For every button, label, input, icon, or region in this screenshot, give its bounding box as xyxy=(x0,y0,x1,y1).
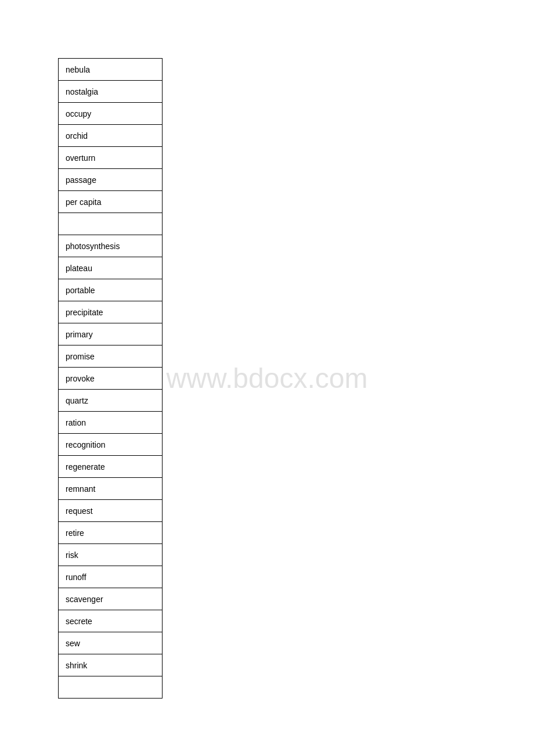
word-cell: secrete xyxy=(59,610,163,632)
table-row: passage xyxy=(59,169,163,191)
table-row: per capita xyxy=(59,191,163,213)
table-row: risk xyxy=(59,544,163,566)
word-cell: sew xyxy=(59,632,163,654)
table-row: regenerate xyxy=(59,456,163,478)
table-row: secrete xyxy=(59,610,163,632)
word-cell: provoke xyxy=(59,368,163,390)
word-cell: overturn xyxy=(59,147,163,169)
word-cell: ration xyxy=(59,412,163,434)
table-row: promise xyxy=(59,345,163,368)
word-cell: runoff xyxy=(59,566,163,588)
word-cell: request xyxy=(59,500,163,522)
word-cell: regenerate xyxy=(59,456,163,478)
word-list-container: nebulanostalgiaoccupyorchidoverturnpassa… xyxy=(58,58,163,699)
empty-row xyxy=(59,676,163,699)
table-row: sew xyxy=(59,632,163,654)
word-cell: risk xyxy=(59,544,163,566)
word-cell: orchid xyxy=(59,125,163,147)
word-cell: shrink xyxy=(59,654,163,676)
word-cell: occupy xyxy=(59,103,163,125)
watermark: www.bdocx.com xyxy=(167,362,368,394)
word-cell: scavenger xyxy=(59,588,163,610)
word-cell xyxy=(59,213,163,235)
word-cell: portable xyxy=(59,279,163,301)
word-cell: quartz xyxy=(59,390,163,412)
word-cell: photosynthesis xyxy=(59,235,163,257)
word-cell: promise xyxy=(59,345,163,368)
word-cell: per capita xyxy=(59,191,163,213)
table-row: photosynthesis xyxy=(59,235,163,257)
table-row: plateau xyxy=(59,257,163,279)
table-row: orchid xyxy=(59,125,163,147)
table-row: shrink xyxy=(59,654,163,676)
table-row: primary xyxy=(59,323,163,345)
table-row: overturn xyxy=(59,147,163,169)
word-cell: plateau xyxy=(59,257,163,279)
table-row: remnant xyxy=(59,478,163,500)
word-cell: remnant xyxy=(59,478,163,500)
table-row: retire xyxy=(59,522,163,544)
table-row: precipitate xyxy=(59,301,163,323)
table-row: ration xyxy=(59,412,163,434)
table-row: portable xyxy=(59,279,163,301)
table-row: provoke xyxy=(59,368,163,390)
word-cell: precipitate xyxy=(59,301,163,323)
word-cell: recognition xyxy=(59,434,163,456)
word-cell: retire xyxy=(59,522,163,544)
table-row: request xyxy=(59,500,163,522)
table-row: scavenger xyxy=(59,588,163,610)
empty-row xyxy=(59,213,163,235)
table-row: runoff xyxy=(59,566,163,588)
word-cell: nebula xyxy=(59,59,163,81)
word-list-table: nebulanostalgiaoccupyorchidoverturnpassa… xyxy=(58,58,163,699)
word-cell: passage xyxy=(59,169,163,191)
word-cell: nostalgia xyxy=(59,81,163,103)
table-row: quartz xyxy=(59,390,163,412)
word-cell xyxy=(59,676,163,699)
table-row: recognition xyxy=(59,434,163,456)
table-row: nostalgia xyxy=(59,81,163,103)
table-row: nebula xyxy=(59,59,163,81)
table-row: occupy xyxy=(59,103,163,125)
word-cell: primary xyxy=(59,323,163,345)
